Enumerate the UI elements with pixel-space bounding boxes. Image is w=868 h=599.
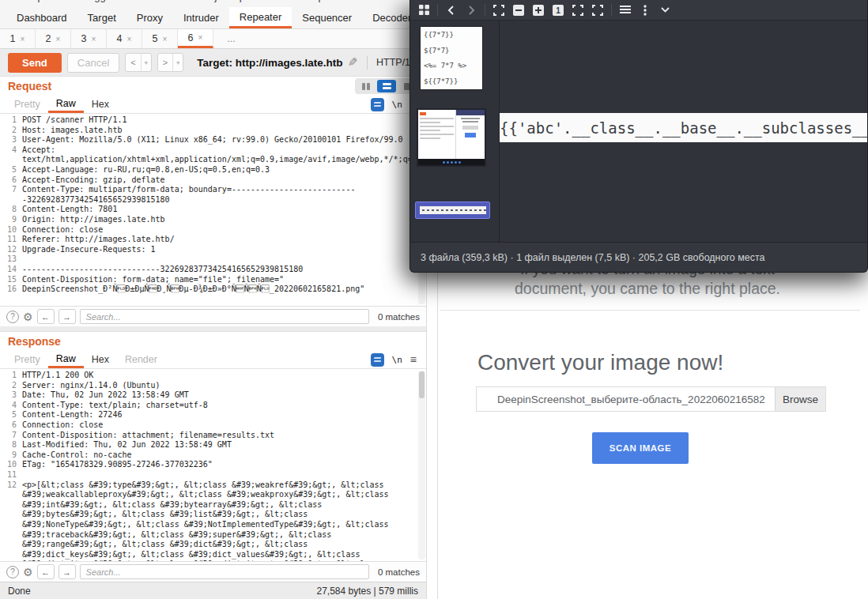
prettify-icon[interactable] (371, 98, 384, 111)
file-upload-field[interactable]: DeepinScreenshot_выберите-область_202206… (476, 386, 826, 412)
zoom-out-icon[interactable] (512, 4, 525, 17)
prettify-icon[interactable] (371, 353, 384, 367)
file-upload-value[interactable]: DeepinScreenshot_выберите-область_202206… (477, 387, 775, 411)
layout-stacked-button[interactable] (377, 80, 396, 92)
selected-image-thumbnail[interactable] (415, 202, 490, 219)
repeater-tab-4[interactable]: 4× (107, 29, 142, 48)
preview-text: {{'abc'.__class__.__base__.__subclasses_… (500, 119, 867, 137)
response-search-bar: ? ⚙ ← → 0 matches (0, 561, 426, 582)
repeater-tab-3[interactable]: 3× (71, 29, 107, 48)
list-view-icon[interactable] (619, 4, 632, 17)
viewer-status-bar: 3 файла (359,3 kB) · 1 файл выделен (7,5… (410, 242, 867, 272)
tab-raw[interactable]: Raw (48, 351, 84, 368)
layout-toggle (355, 78, 418, 94)
tab-hex[interactable]: Hex (84, 96, 117, 113)
request-editor[interactable]: 1POST /scanner HTTP/1.1 2Host: images.la… (0, 114, 426, 306)
chevron-down-icon[interactable] (659, 4, 671, 17)
tab-logger[interactable]: Logger (83, 0, 115, 2)
tab-raw[interactable]: Raw (48, 96, 84, 113)
image-preview-strip[interactable]: {{'abc'.__class__.__base__.__subclasses_… (500, 113, 867, 142)
repeater-tab-2[interactable]: 2× (36, 29, 71, 48)
help-icon[interactable]: ? (6, 311, 19, 323)
tab-comparer[interactable]: Comparer (16, 0, 62, 2)
zoom-in-icon[interactable] (532, 4, 545, 17)
wrap-lines-icon[interactable]: \n (392, 100, 402, 110)
response-search-input[interactable] (80, 564, 369, 579)
more-options-icon[interactable] (639, 4, 651, 17)
repeater-tab-1[interactable]: 1× (0, 29, 36, 48)
payload-line: ${{7*7}} (424, 77, 479, 85)
slideshow-icon[interactable] (591, 4, 604, 17)
search-next-button[interactable]: → (58, 309, 76, 324)
tab-render[interactable]: Render (117, 351, 165, 368)
request-line: 14-----------------------------322692837… (3, 265, 426, 275)
repeater-tab-row: 1× 2× 3× 4× 5× 6× ... (0, 29, 426, 49)
fullscreen-icon[interactable] (572, 4, 584, 17)
tab-intruder[interactable]: Intruder (173, 7, 229, 28)
scan-image-button[interactable]: SCAN IMAGE (592, 432, 689, 464)
request-line: 15Content-Disposition: form-data; name="… (3, 275, 426, 285)
repeater-tab-more[interactable]: ... (213, 29, 249, 48)
gear-icon[interactable]: ⚙ (23, 311, 33, 323)
close-icon[interactable]: × (21, 35, 25, 43)
tab-user-options[interactable]: User options (288, 0, 345, 2)
back-icon[interactable] (445, 4, 458, 17)
payload-image-thumbnail[interactable]: {{7*7}}${7*7}<%= 7*7 %>${{7*7}} (420, 26, 483, 90)
tab-pretty[interactable]: Pretty (6, 351, 48, 368)
response-scrollbar[interactable] (418, 371, 425, 559)
history-forward-button[interactable]: > ▾ (157, 53, 183, 72)
close-icon[interactable]: × (56, 35, 61, 43)
search-prev-button[interactable]: ← (37, 564, 55, 579)
repeater-tab-5[interactable]: 5× (142, 29, 178, 48)
search-next-button[interactable]: → (58, 564, 76, 579)
browse-button[interactable]: Browse (775, 387, 825, 411)
request-search-bar: ? ⚙ ← → 0 matches (0, 306, 426, 326)
close-icon[interactable]: × (92, 35, 96, 43)
tab-hex[interactable]: Hex (84, 351, 117, 368)
tab-dashboard[interactable]: Dashboard (6, 7, 77, 28)
send-button[interactable]: Send (8, 53, 62, 73)
screenshot-thumbnail[interactable] (417, 108, 486, 167)
close-icon[interactable]: × (163, 35, 168, 43)
edit-pencil-icon[interactable]: ✎ (348, 55, 358, 70)
request-search-input[interactable] (80, 309, 369, 324)
response-editor[interactable]: 1HTTP/1.1 200 OK 2Server: nginx/1.14.0 (… (0, 369, 426, 561)
request-line: 13 (3, 254, 426, 265)
zoom-actual-size-icon[interactable]: 1 (552, 4, 564, 17)
burp-top-tab-row-clipped: Comparer Logger Extender Project options… (0, 0, 426, 7)
help-icon[interactable]: ? (6, 566, 19, 578)
zoom-fit-icon[interactable] (492, 4, 505, 17)
close-icon[interactable]: × (127, 35, 132, 43)
tab-sequencer[interactable]: Sequencer (292, 7, 362, 28)
tab-project-options[interactable]: Project options (198, 0, 266, 2)
tab-proxy[interactable]: Proxy (126, 7, 173, 28)
tab-repeater[interactable]: Repeater (229, 7, 292, 28)
response-line: 6Connection: close (3, 420, 426, 431)
response-line: 4Content-Type: text/plain; charset=utf-8 (3, 401, 426, 411)
http-version-toggle[interactable]: HTTP/1 (376, 57, 410, 68)
tab-pretty[interactable]: Pretty (6, 96, 48, 113)
repeater-toolbar: Send Cancel < ▾ > ▾ Target: http://image… (0, 49, 426, 76)
caret-down-icon[interactable]: ▾ (172, 54, 183, 71)
tab-extender[interactable]: Extender (136, 0, 177, 2)
editor-menu-icon[interactable]: ≡ (410, 353, 417, 366)
history-back-button[interactable]: < ▾ (125, 53, 151, 72)
grid-view-icon[interactable] (417, 4, 430, 17)
target-url: Target: http://images.late.htb (197, 57, 342, 69)
forward-icon[interactable] (465, 4, 477, 17)
response-title: Response (8, 335, 61, 348)
caret-down-icon[interactable]: ▾ (141, 54, 151, 71)
layout-columns-button[interactable] (357, 80, 376, 92)
close-icon[interactable]: × (198, 33, 203, 42)
toolbar-separator (437, 4, 438, 16)
tab-target[interactable]: Target (77, 7, 126, 28)
request-line: 12Upgrade-Insecure-Requests: 1 (3, 245, 426, 255)
wrap-lines-icon[interactable]: \n (392, 355, 402, 365)
search-prev-button[interactable]: ← (37, 309, 55, 324)
tab-learn[interactable]: Learn (367, 0, 393, 2)
thumbnail-sidebar: {{7*7}}${7*7}<%= 7*7 %>${{7*7}} (410, 21, 500, 242)
svg-text:1: 1 (556, 6, 560, 15)
repeater-tab-6[interactable]: 6× (178, 29, 213, 48)
files-status-text: 3 файла (359,3 kB) · 1 файл выделен (7,5… (421, 252, 765, 263)
gear-icon[interactable]: ⚙ (23, 566, 33, 578)
